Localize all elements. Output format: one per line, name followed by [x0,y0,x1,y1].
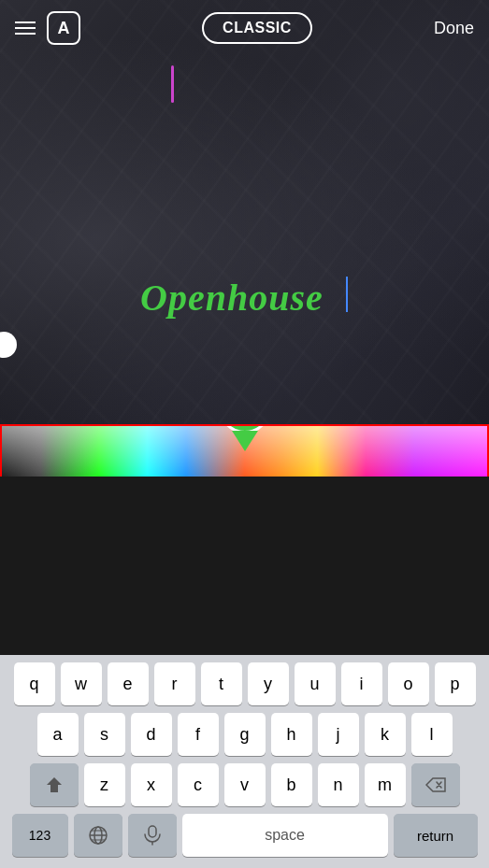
key-d[interactable]: d [131,713,172,756]
font-icon-button[interactable]: A [47,11,80,45]
key-q[interactable]: q [14,662,55,705]
text-cursor [346,277,348,312]
key-b[interactable]: b [271,763,312,806]
key-k[interactable]: k [365,713,406,756]
key-t[interactable]: t [201,662,242,705]
delete-key[interactable] [411,763,460,806]
key-r[interactable]: r [154,662,195,705]
cursor-line-top [171,65,174,103]
keyboard: q w e r t y u i o p a s d f g h j k l z … [0,655,489,868]
key-x[interactable]: x [131,763,172,806]
space-key[interactable]: space [182,814,388,857]
shift-key[interactable] [30,763,79,806]
mic-key[interactable] [128,814,177,857]
svg-rect-2 [149,826,156,837]
canvas-text[interactable]: Openhouse [140,276,324,320]
color-picker-area[interactable] [0,424,489,477]
key-g[interactable]: g [224,713,266,756]
key-u[interactable]: u [295,662,336,705]
keyboard-row-4: 123 space return [4,814,485,857]
globe-key[interactable] [74,814,122,857]
canvas-area: Openhouse [0,0,489,477]
color-pin[interactable] [219,424,271,454]
key-o[interactable]: o [388,662,429,705]
hamburger-menu-icon[interactable] [15,21,36,35]
key-p[interactable]: p [435,662,476,705]
key-n[interactable]: n [318,763,359,806]
key-w[interactable]: w [61,662,102,705]
keyboard-row-3: z x c v b n m [4,763,485,806]
color-pin-tail [232,431,258,451]
keyboard-row-2: a s d f g h j k l [4,713,485,756]
key-f[interactable]: f [178,713,219,756]
numbers-key[interactable]: 123 [12,814,68,857]
key-m[interactable]: m [365,763,406,806]
keyboard-row-1: q w e r t y u i o p [4,662,485,705]
white-circle-handle[interactable] [0,332,17,358]
top-left-controls: A [15,11,80,45]
key-z[interactable]: z [84,763,125,806]
key-y[interactable]: y [248,662,289,705]
top-bar: A CLASSIC Done [0,0,489,56]
key-h[interactable]: h [271,713,312,756]
classic-button[interactable]: CLASSIC [202,12,312,44]
key-a[interactable]: a [37,713,79,756]
key-c[interactable]: c [178,763,219,806]
done-button[interactable]: Done [434,19,474,38]
key-j[interactable]: j [318,713,359,756]
key-v[interactable]: v [224,763,266,806]
key-l[interactable]: l [411,713,453,756]
key-e[interactable]: e [108,662,149,705]
key-i[interactable]: i [341,662,382,705]
return-key[interactable]: return [394,814,478,857]
key-s[interactable]: s [84,713,125,756]
